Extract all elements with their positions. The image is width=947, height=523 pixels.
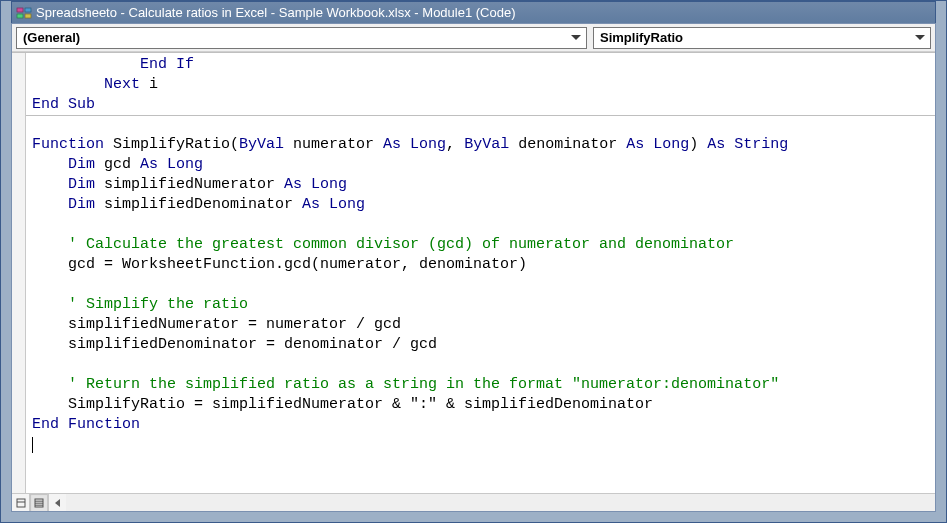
- code-area: End If Next i End Sub Function SimplifyR…: [12, 52, 935, 493]
- svg-rect-3: [25, 14, 31, 18]
- window-title: Spreadsheeto - Calculate ratios in Excel…: [36, 5, 516, 20]
- procedure-separator: [26, 115, 935, 116]
- svg-rect-4: [17, 499, 25, 507]
- view-toggle-group: [12, 494, 49, 511]
- scroll-track[interactable]: [66, 494, 935, 511]
- text-caret: [32, 437, 33, 453]
- scroll-left-arrow-icon[interactable]: [49, 494, 66, 511]
- procedure-dropdown[interactable]: SimplifyRatio: [593, 27, 931, 49]
- svg-rect-2: [17, 14, 23, 18]
- code-text[interactable]: End If Next i End Sub Function SimplifyR…: [26, 53, 935, 457]
- chevron-down-icon: [568, 29, 584, 47]
- procedure-dropdown-value: SimplifyRatio: [600, 30, 683, 45]
- object-dropdown[interactable]: (General): [16, 27, 587, 49]
- code-window-frame: (General) SimplifyRatio End If Next i En…: [11, 23, 936, 512]
- module-icon: [16, 5, 32, 21]
- code-viewport[interactable]: End If Next i End Sub Function SimplifyR…: [26, 53, 935, 493]
- object-procedure-bar: (General) SimplifyRatio: [12, 24, 935, 52]
- procedure-view-button[interactable]: [12, 494, 30, 511]
- titlebar[interactable]: Spreadsheeto - Calculate ratios in Excel…: [11, 1, 936, 23]
- horizontal-scrollbar[interactable]: [49, 494, 935, 511]
- svg-rect-1: [25, 8, 31, 12]
- object-dropdown-value: (General): [23, 30, 80, 45]
- full-module-view-button[interactable]: [30, 494, 48, 511]
- bottom-strip: [12, 493, 935, 511]
- chevron-down-icon: [912, 29, 928, 47]
- svg-rect-0: [17, 8, 23, 12]
- mdi-child-window: Spreadsheeto - Calculate ratios in Excel…: [0, 0, 947, 523]
- margin-indicator-bar[interactable]: [12, 53, 26, 493]
